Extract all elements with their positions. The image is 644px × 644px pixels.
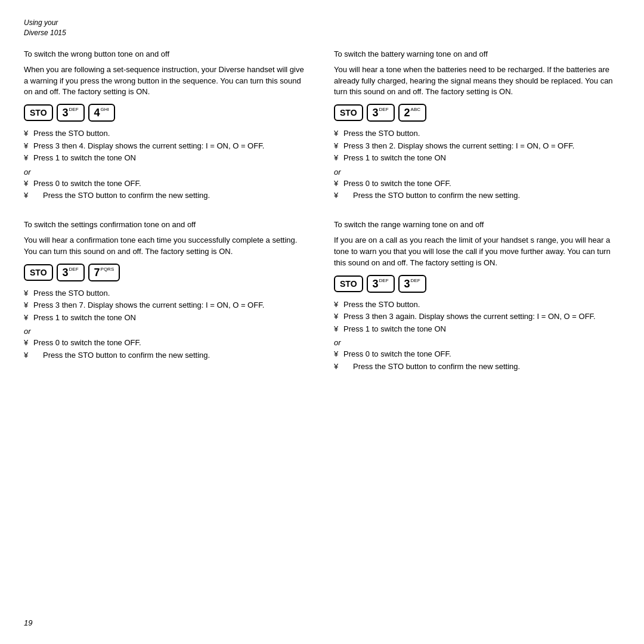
steps-list-continued: Press 0 to switch the tone OFF.Press the…	[24, 337, 310, 361]
sto-button: STO	[24, 104, 53, 121]
header-line2: Diverse 1015	[24, 29, 66, 37]
section-body: When you are following a set-sequence in…	[24, 64, 310, 98]
section-settings-confirmation-tone: To switch the settings confirmation tone…	[24, 219, 310, 364]
steps-list: Press the STO button.Press 3 then 2. Dis…	[334, 128, 620, 164]
step-item: Press 1 to switch the tone ON	[334, 323, 620, 335]
page-number: 19	[24, 618, 32, 627]
section-title: To switch the battery warning tone on an…	[334, 49, 620, 60]
button-row: STO3DEF7PQRS	[24, 264, 310, 281]
button-row: STO3DEF2ABC	[334, 104, 620, 122]
steps-list: Press the STO button.Press 3 then 7. Dis…	[24, 287, 310, 324]
sto-button: STO	[334, 275, 363, 292]
step-item: Press 3 then 2. Display shows the curren…	[334, 140, 620, 152]
step-item: Press 3 then 4. Display shows the curren…	[24, 140, 310, 152]
step-item: Press the STO button to confirm the new …	[24, 190, 310, 202]
section-body: You will hear a tone when the batteries …	[334, 64, 620, 98]
right-column: To switch the battery warning tone on an…	[334, 49, 620, 390]
sto-button: STO	[334, 104, 363, 121]
step-item: Press 0 to switch the tone OFF.	[24, 178, 310, 190]
section-body: If you are on a call as you reach the li…	[334, 235, 620, 269]
left-column: To switch the wrong button tone on and o…	[24, 49, 310, 390]
num-button: 3DEF	[57, 104, 85, 122]
step-item: Press 0 to switch the tone OFF.	[334, 348, 620, 360]
step-item: Press the STO button.	[24, 128, 310, 140]
or-label: or	[334, 338, 620, 347]
step-item: Press 0 to switch the tone OFF.	[334, 178, 620, 190]
num-button: 3DEF	[398, 275, 426, 293]
or-label: or	[24, 327, 310, 336]
section-title: To switch the settings confirmation tone…	[24, 219, 310, 230]
step-item: Press the STO button to confirm the new …	[334, 361, 620, 373]
steps-list-continued: Press 0 to switch the tone OFF.Press the…	[334, 178, 620, 202]
num-button: 3DEF	[57, 264, 85, 281]
num-button: 3DEF	[367, 275, 395, 293]
step-item: Press 1 to switch the tone ON	[24, 312, 310, 324]
or-label: or	[24, 168, 310, 177]
steps-list-continued: Press 0 to switch the tone OFF.Press the…	[24, 178, 310, 202]
header-line1: Using your	[24, 18, 58, 27]
section-title: To switch the wrong button tone on and o…	[24, 49, 310, 60]
step-item: Press the STO button.	[334, 128, 620, 140]
section-wrong-button-tone: To switch the wrong button tone on and o…	[24, 49, 310, 205]
step-item: Press 3 then 7. Display shows the curren…	[24, 299, 310, 311]
page: Using your Diverse 1015 To switch the wr…	[0, 0, 644, 644]
header: Using your Diverse 1015	[24, 18, 620, 38]
section-body: You will hear a confirmation tone each t…	[24, 235, 310, 258]
section-title: To switch the range warning tone on and …	[334, 219, 620, 230]
num-button: 2ABC	[398, 104, 426, 122]
step-item: Press the STO button to confirm the new …	[24, 349, 310, 361]
step-item: Press 0 to switch the tone OFF.	[24, 337, 310, 349]
or-label: or	[334, 168, 620, 177]
button-row: STO3DEF3DEF	[334, 275, 620, 293]
content: To switch the wrong button tone on and o…	[24, 49, 620, 390]
step-item: Press the STO button.	[24, 287, 310, 299]
section-range-warning-tone: To switch the range warning tone on and …	[334, 219, 620, 376]
steps-list: Press the STO button.Press 3 then 4. Dis…	[24, 128, 310, 164]
button-row: STO3DEF4GHI	[24, 104, 310, 122]
steps-list-continued: Press 0 to switch the tone OFF.Press the…	[334, 348, 620, 372]
num-button: 7PQRS	[88, 264, 120, 281]
num-button: 3DEF	[367, 104, 395, 122]
step-item: Press 3 then 3 again. Display shows the …	[334, 311, 620, 323]
step-item: Press 1 to switch the tone ON	[24, 152, 310, 164]
step-item: Press the STO button to confirm the new …	[334, 190, 620, 202]
section-battery-warning-tone: To switch the battery warning tone on an…	[334, 49, 620, 205]
step-item: Press the STO button.	[334, 299, 620, 311]
sto-button: STO	[24, 264, 53, 281]
num-button: 4GHI	[88, 104, 115, 122]
steps-list: Press the STO button.Press 3 then 3 agai…	[334, 299, 620, 335]
step-item: Press 1 to switch the tone ON	[334, 152, 620, 164]
